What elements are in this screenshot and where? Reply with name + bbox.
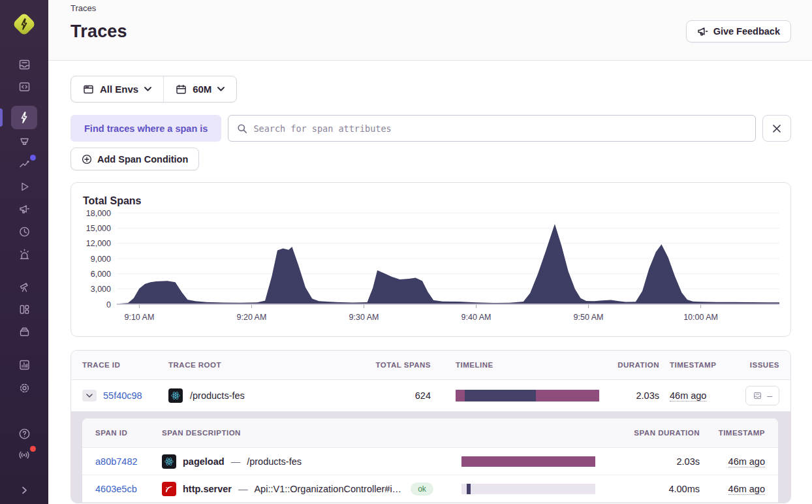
col-total-spans: Total Spans xyxy=(339,361,431,369)
sidebar-item-collapse-chevron[interactable] xyxy=(11,479,37,501)
trace-issues-button[interactable]: – xyxy=(745,386,779,405)
col-timestamp: Timestamp xyxy=(659,361,742,369)
sidebar-item-profiling[interactable] xyxy=(11,131,37,153)
add-span-condition-button[interactable]: Add Span Condition xyxy=(70,148,199,170)
chevron-down-icon xyxy=(144,87,151,91)
bolt-icon xyxy=(18,17,31,31)
trace-issues-count: – xyxy=(767,390,772,401)
sidebar-item-stats[interactable] xyxy=(11,354,37,376)
chart-svg: 03,0006,0009,00012,00015,00018,0009:10 A… xyxy=(83,208,780,326)
give-feedback-button[interactable]: Give Feedback xyxy=(686,20,791,42)
traces-bolt-icon xyxy=(18,110,31,125)
time-range-filter-label: 60M xyxy=(193,84,211,95)
environment-filter[interactable]: All Envs xyxy=(71,76,163,102)
projects-icon xyxy=(18,80,31,93)
page-header: Traces Traces Give Feedback xyxy=(48,0,812,61)
svg-text:18,000: 18,000 xyxy=(86,209,111,218)
sidebar-item-crons[interactable] xyxy=(11,221,37,243)
sidebar-item-traces-bolt[interactable] xyxy=(11,106,37,129)
sidebar-item-broadcast[interactable] xyxy=(11,444,37,466)
span-timestamp[interactable]: 46m ago xyxy=(728,456,765,467)
replays-icon xyxy=(18,180,31,193)
dashboards-icon xyxy=(18,303,31,316)
sidebar-item-replays[interactable] xyxy=(11,176,37,198)
insights-icon xyxy=(18,157,31,170)
dash-separator: — xyxy=(231,456,241,467)
chevron-down-icon xyxy=(86,394,93,398)
span-table: Span ID Span Description Span Duration T… xyxy=(82,418,778,503)
span-id-link[interactable]: 4603e5cb xyxy=(95,484,162,494)
page-filter-bar: All Envs 60M xyxy=(70,76,237,102)
sidebar-item-explore[interactable] xyxy=(11,276,37,298)
col-timeline: Timeline xyxy=(431,361,607,369)
svg-text:9:10 AM: 9:10 AM xyxy=(124,313,154,322)
org-logo[interactable] xyxy=(12,12,36,37)
svg-text:9:30 AM: 9:30 AM xyxy=(349,313,379,322)
span-id-link[interactable]: a80b7482 xyxy=(95,456,162,467)
svg-text:9:20 AM: 9:20 AM xyxy=(237,313,267,322)
span-timestamp[interactable]: 46m ago xyxy=(728,484,765,495)
sidebar-item-insights[interactable] xyxy=(11,153,37,175)
clear-query-button[interactable] xyxy=(762,115,791,142)
span-attribute-search[interactable] xyxy=(228,115,756,142)
trace-duration: 2.03s xyxy=(607,390,659,401)
span-status-badge: ok xyxy=(411,482,433,496)
svg-text:9:50 AM: 9:50 AM xyxy=(574,313,604,322)
svg-text:15,000: 15,000 xyxy=(86,224,111,233)
stats-icon xyxy=(18,358,31,371)
svg-text:12,000: 12,000 xyxy=(86,239,111,248)
col-span-duration: Span Duration xyxy=(599,429,700,437)
page-title: Traces xyxy=(70,22,127,42)
sidebar-item-help[interactable] xyxy=(11,422,37,445)
time-range-filter[interactable]: 60M xyxy=(164,76,236,102)
calendar-icon xyxy=(176,84,187,95)
col-trace-id: Trace ID xyxy=(82,361,168,369)
releases-icon xyxy=(18,325,31,338)
span-duration: 4.00ms xyxy=(599,484,700,494)
react-icon xyxy=(168,388,183,403)
breadcrumb[interactable]: Traces xyxy=(70,3,791,13)
red-notification-dot xyxy=(30,446,36,452)
span-query-row: Find traces where a span is xyxy=(70,115,791,142)
explore-icon xyxy=(18,281,31,294)
sidebar-item-dashboards[interactable] xyxy=(11,298,37,321)
active-nav-indicator xyxy=(0,108,3,127)
svg-text:9:40 AM: 9:40 AM xyxy=(461,313,492,322)
issues-icon xyxy=(753,391,762,400)
sidebar-item-projects[interactable] xyxy=(11,76,37,98)
span-description: Api::V1::OrganizationController#i… xyxy=(254,484,401,494)
sidebar-item-feedback[interactable] xyxy=(11,198,37,220)
crons-icon xyxy=(18,225,31,238)
add-span-condition-label: Add Span Condition xyxy=(97,154,188,165)
total-spans-chart-card: Total Spans 03,0006,0009,00012,00015,000… xyxy=(70,182,791,337)
help-icon xyxy=(18,427,31,441)
col-issues: Issues xyxy=(742,361,779,369)
expand-trace-button[interactable] xyxy=(82,390,97,402)
search-input[interactable] xyxy=(253,123,747,134)
environment-filter-label: All Envs xyxy=(100,84,138,95)
feedback-icon xyxy=(18,202,31,215)
collapse-chevron-icon xyxy=(19,485,29,496)
svg-text:9,000: 9,000 xyxy=(91,255,111,264)
blue-notification-dot xyxy=(30,155,36,161)
sidebar-item-releases[interactable] xyxy=(11,321,37,343)
sidebar-item-alerts[interactable] xyxy=(11,243,37,265)
trace-root-name: /products-fes xyxy=(190,390,245,401)
trace-timestamp[interactable]: 46m ago xyxy=(670,390,706,402)
span-op: pageload xyxy=(183,456,225,467)
window-icon xyxy=(83,84,94,95)
trace-table-header: Trace ID Trace Root Total Spans Timeline… xyxy=(71,351,790,380)
profiling-icon xyxy=(18,136,31,149)
chart-title: Total Spans xyxy=(83,195,779,207)
give-feedback-label: Give Feedback xyxy=(713,26,780,37)
trace-row: 55f40c98 /products-fes 624 2.03s 46m ago xyxy=(71,380,790,411)
col-span-description: Span Description xyxy=(162,429,461,437)
sidebar-item-issues[interactable] xyxy=(11,54,37,76)
trace-id-link[interactable]: 55f40c98 xyxy=(103,390,142,401)
issues-icon xyxy=(18,58,31,71)
find-traces-label: Find traces where a span is xyxy=(70,115,221,142)
react-icon xyxy=(162,454,176,469)
sidebar-item-settings[interactable] xyxy=(11,377,37,399)
alerts-icon xyxy=(18,247,31,261)
main-content: All Envs 60M Find traces where a span is xyxy=(48,61,812,503)
